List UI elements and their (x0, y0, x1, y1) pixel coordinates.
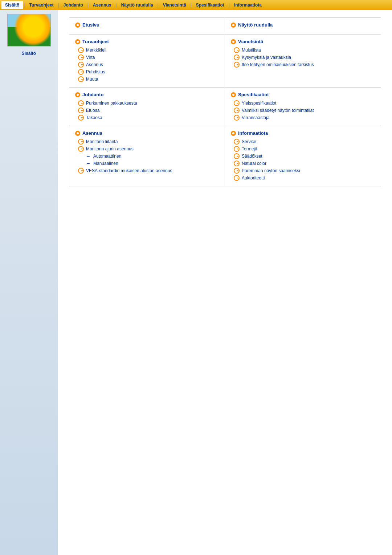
item-muuta[interactable]: Muuta (75, 76, 219, 83)
nav-item-asennus[interactable]: Asennus (89, 1, 115, 9)
item-manuaalinen[interactable]: – Manuaalinen (75, 160, 219, 167)
spesifikaatiot-title[interactable]: Spesifikaatiot (231, 92, 375, 97)
asennus-sub-label: Asennus (86, 62, 103, 67)
item-muistilista[interactable]: Muistilista (231, 46, 375, 54)
asennus-sub-icon (78, 62, 84, 68)
item-kysymyksia[interactable]: Kysymyksiä ja vastauksia (231, 54, 375, 61)
sidebar-image (7, 14, 51, 46)
paremman-label: Paremman näytön saamiseksi (242, 168, 300, 173)
item-auktoriteetti[interactable]: Auktoriteetti (231, 174, 375, 182)
asennus-icon (75, 131, 80, 136)
turvaohjeet-title[interactable]: Turvaohjeet (75, 39, 219, 44)
service-label: Service (242, 139, 256, 144)
vianetsinta-icon (231, 39, 236, 44)
item-paremman[interactable]: Paremman näytön saamiseksi (231, 167, 375, 174)
nav-item-spesifikaatiot[interactable]: Spesifikaatiot (192, 1, 228, 9)
automaattinen-icon: – (85, 153, 91, 159)
puhdistus-label: Puhdistus (86, 69, 105, 74)
item-monitorin-liitanta[interactable]: Monitorin liitäntä (75, 138, 219, 145)
item-virransaastaja[interactable]: Virransäästäjä (231, 114, 375, 121)
item-etuosa[interactable]: Etuosa (75, 107, 219, 114)
sidebar-image-inner (8, 14, 50, 46)
naytto-label: Näyttö ruudulla (238, 22, 273, 28)
informaatiota-label: Informaatiota (238, 130, 268, 136)
itse-label: Itse tehtyjen ominaisuuksien tarkistus (242, 62, 314, 67)
turvaohjeet-icon (75, 39, 80, 44)
section-informaatiota: Informaatiota Service Termejä Säädökset … (225, 126, 381, 186)
item-virta[interactable]: Virta (75, 54, 219, 61)
asennus-label: Asennus (82, 130, 102, 136)
kysymyksia-label: Kysymyksiä ja vastauksia (242, 55, 291, 60)
yleis-icon (234, 100, 240, 106)
section-spesifikaatiot: Spesifikaatiot Yleisspesifikaatiot Valmi… (225, 88, 381, 126)
asennus-title[interactable]: Asennus (75, 130, 219, 136)
item-puhdistus[interactable]: Puhdistus (75, 68, 219, 76)
vianetsinta-label: Vianetsintä (238, 39, 263, 44)
item-automaattinen[interactable]: – Automaattinen (75, 153, 219, 160)
purkaminen-icon (78, 100, 84, 106)
nav-item-johdanto[interactable]: Johdanto (60, 1, 87, 9)
section-johdanto: Johdanto Purkaminen pakkauksesta Etuosa … (69, 88, 225, 126)
content-grid: Etusivu Näyttö ruudulla Turvaohjeet Merk… (69, 17, 381, 186)
yleis-label: Yleisspesifikaatiot (242, 101, 276, 106)
main-content: Etusivu Näyttö ruudulla Turvaohjeet Merk… (58, 10, 392, 555)
item-saadokset[interactable]: Säädökset (231, 153, 375, 160)
valmiiksi-icon (234, 108, 240, 113)
item-service[interactable]: Service (231, 138, 375, 145)
paremman-icon (234, 168, 240, 174)
section-naytto: Näyttö ruudulla (225, 18, 381, 35)
item-asennus-sub[interactable]: Asennus (75, 61, 219, 68)
virta-icon (78, 54, 84, 60)
item-purkaminen[interactable]: Purkaminen pakkauksesta (75, 100, 219, 107)
informaatiota-title[interactable]: Informaatiota (231, 130, 375, 136)
nav-item-sisalto[interactable]: Sisältö (1, 1, 23, 9)
monitorin-ajurin-label: Monitorin ajurin asennus (86, 146, 134, 151)
termeja-icon (234, 146, 240, 152)
item-takaosa[interactable]: Takaosa (75, 114, 219, 121)
nav-sep-5: | (157, 3, 159, 8)
item-monitorin-ajurin[interactable]: Monitorin ajurin asennus (75, 145, 219, 153)
kysymyksia-icon (234, 54, 240, 60)
item-yleis[interactable]: Yleisspesifikaatiot (231, 100, 375, 107)
item-vesa[interactable]: VESA-standardin mukaisen alustan asennus (75, 167, 219, 174)
natural-color-label: Natural color (242, 161, 266, 166)
natural-color-icon (234, 161, 240, 166)
item-merkkikieli[interactable]: Merkkikieli (75, 46, 219, 54)
naytto-icon (231, 23, 236, 28)
spesifikaatiot-label: Spesifikaatiot (238, 92, 269, 97)
section-vianetsinta: Vianetsintä Muistilista Kysymyksiä ja va… (225, 35, 381, 88)
nav-sep-1: | (23, 3, 25, 8)
manuaalinen-label: Manuaalinen (93, 161, 118, 166)
item-itse[interactable]: Itse tehtyjen ominaisuuksien tarkistus (231, 61, 375, 68)
item-natural-color[interactable]: Natural color (231, 160, 375, 167)
etuosa-label: Etuosa (86, 108, 99, 113)
takaosa-icon (78, 115, 84, 121)
purkaminen-label: Purkaminen pakkauksesta (86, 101, 137, 106)
item-valmiiksi[interactable]: Valmiiksi säädetyt näytön toimintatilat (231, 107, 375, 114)
etusivu-title[interactable]: Etusivu (75, 22, 219, 28)
etuosa-icon (78, 108, 84, 113)
johdanto-title[interactable]: Johdanto (75, 92, 219, 97)
valmiiksi-label: Valmiiksi säädetyt näytön toimintatilat (242, 108, 314, 113)
virransaastaja-label: Virransäästäjä (242, 115, 270, 120)
nav-item-vianetsinta[interactable]: Vianetsintä (159, 1, 190, 9)
vesa-icon (78, 168, 84, 174)
service-icon (234, 139, 240, 145)
naytto-title[interactable]: Näyttö ruudulla (231, 22, 375, 28)
nav-item-naytto[interactable]: Näyttö ruudulla (118, 1, 157, 9)
layout: Sisältö Etusivu Näyttö ruudulla (0, 10, 392, 555)
section-turvaohjeet: Turvaohjeet Merkkikieli Virta Asennus Pu… (69, 35, 225, 88)
itse-icon (234, 62, 240, 68)
nav-sep-7: | (228, 3, 230, 8)
nav-sep-2: | (57, 3, 60, 8)
nav-item-informaatiota[interactable]: Informaatiota (230, 1, 265, 9)
muistilista-icon (234, 47, 240, 53)
item-termeja[interactable]: Termejä (231, 145, 375, 153)
informaatiota-icon (231, 131, 236, 136)
nav-item-turvaohjeet[interactable]: Turvaohjeet (25, 1, 57, 9)
vianetsinta-title[interactable]: Vianetsintä (231, 39, 375, 44)
etusivu-icon (75, 23, 80, 28)
virta-label: Virta (86, 55, 95, 60)
merkkikieli-icon (78, 47, 84, 53)
saadokset-icon (234, 153, 240, 159)
